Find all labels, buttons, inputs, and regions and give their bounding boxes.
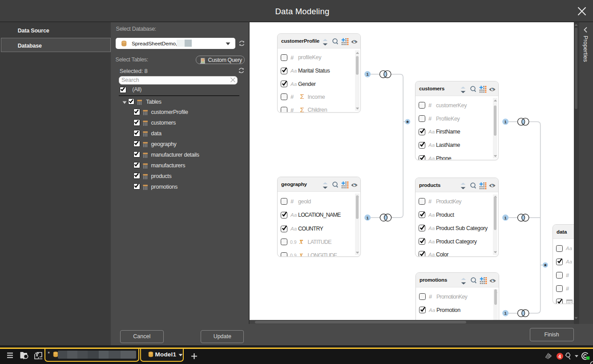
svg-text:*: * — [544, 262, 547, 269]
svg-text:*: * — [406, 119, 409, 126]
svg-text:1: 1 — [366, 72, 369, 77]
svg-text:1: 1 — [504, 311, 507, 315]
svg-text:1: 1 — [504, 119, 507, 124]
svg-text:1: 1 — [504, 215, 507, 220]
svg-text:1: 1 — [366, 215, 369, 220]
